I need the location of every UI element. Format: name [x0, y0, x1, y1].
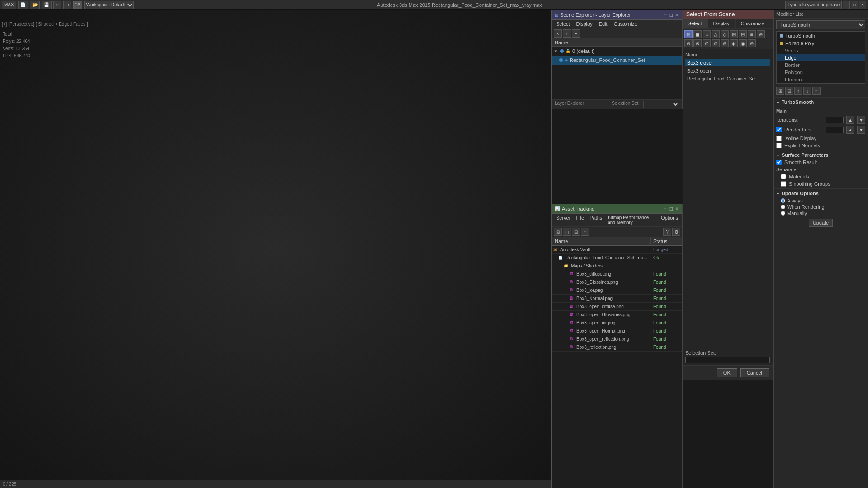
workspace-select[interactable]: Workspace: Default: [84, 1, 134, 9]
render-iters-input[interactable]: 3: [826, 127, 844, 133]
layer-row-rect[interactable]: ◆ Rectangular_Food_Container_Set: [552, 56, 682, 65]
select-cancel-btn[interactable]: Cancel: [740, 368, 769, 377]
select-toolbar-btn2[interactable]: ◼: [693, 30, 702, 38]
mod-icon-btn1[interactable]: ⊞: [776, 87, 784, 95]
select-toolbar-btn10[interactable]: ⊖: [684, 39, 693, 47]
viewport-3d[interactable]: X Y Z [+] [Perspective] [ Shaded + Edged…: [0, 10, 552, 488]
modifier-turbosmooth[interactable]: ◼ TurboSmooth: [777, 32, 865, 39]
scene-toolbar-close[interactable]: ×: [554, 29, 562, 38]
save-btn[interactable]: 💾: [42, 1, 52, 9]
selection-set-input[interactable]: [685, 357, 770, 363]
modifier-sub-edge[interactable]: Edge: [777, 54, 865, 61]
select-toolbar-btn9[interactable]: ⊕: [757, 30, 765, 38]
mod-icon-btn4[interactable]: ↓: [803, 87, 811, 95]
select-toolbar-btn8[interactable]: ≡: [748, 30, 756, 38]
scene-explorer-close-btn[interactable]: ×: [675, 12, 679, 18]
redo-btn[interactable]: ↪: [63, 1, 71, 9]
iterations-down[interactable]: ▼: [857, 116, 865, 124]
asset-tracking-close-btn[interactable]: ×: [675, 206, 679, 212]
scene-menu-display[interactable]: Display: [575, 21, 594, 27]
modifier-editable-poly[interactable]: ◼ Editable Poly: [777, 39, 865, 47]
select-tab-select[interactable]: Select: [683, 19, 708, 28]
select-item-box3open[interactable]: Box3 open: [685, 67, 770, 75]
asset-toolbar-btn2[interactable]: ◻: [563, 228, 571, 236]
selection-set-dropdown[interactable]: [643, 101, 679, 108]
search-input-box[interactable]: Type a keyword or phrase: [785, 1, 842, 9]
scene-toolbar-filter[interactable]: ▼: [572, 29, 580, 38]
max-logo-btn[interactable]: MAX: [2, 1, 16, 9]
modifier-sub-polygon[interactable]: Polygon: [777, 69, 865, 76]
select-item-box3close[interactable]: Box3 close: [685, 59, 770, 66]
scene-toolbar-check[interactable]: ✓: [563, 29, 571, 38]
modifier-dropdown[interactable]: TurboSmooth: [776, 20, 865, 29]
modifier-sub-border[interactable]: Border: [777, 61, 865, 69]
scene-menu-select[interactable]: Select: [555, 21, 571, 27]
select-ok-btn[interactable]: OK: [717, 368, 737, 377]
asset-row[interactable]: 🖼Box3_open_ior.pngFound: [552, 319, 682, 327]
select-toolbar-btn17[interactable]: ⊛: [748, 39, 756, 47]
select-toolbar-btn11[interactable]: ⊗: [693, 39, 702, 47]
select-toolbar-btn6[interactable]: ⊞: [730, 30, 738, 38]
mod-icon-btn2[interactable]: ⊟: [785, 87, 793, 95]
render-iters-checkbox[interactable]: [776, 127, 782, 132]
render-iters-up[interactable]: ▲: [846, 126, 854, 134]
isoline-checkbox[interactable]: [776, 136, 782, 141]
select-toolbar-btn1[interactable]: ⊞: [684, 30, 693, 38]
render-iters-down[interactable]: ▼: [857, 126, 865, 134]
asset-row[interactable]: 🖼Box3_open_diffuse.pngFound: [552, 303, 682, 311]
asset-row[interactable]: 🖼Box3_reflection.pngFound: [552, 343, 682, 352]
select-toolbar-btn16[interactable]: ◉: [739, 39, 747, 47]
mod-icon-btn3[interactable]: ↑: [794, 87, 802, 95]
layer-expand-default[interactable]: [554, 49, 558, 53]
asset-row[interactable]: 🖼Box3_diffuse.pngFound: [552, 270, 682, 278]
asset-tracking-maximize-btn[interactable]: □: [669, 206, 674, 212]
select-toolbar-btn4[interactable]: △: [712, 30, 720, 38]
when-rendering-radio[interactable]: [781, 205, 785, 209]
asset-menu-paths[interactable]: Paths: [588, 215, 604, 225]
asset-row[interactable]: 🏛Autodesk VaultLogged: [552, 246, 682, 254]
modifier-sub-element[interactable]: Element: [777, 76, 865, 83]
smoothing-groups-checkbox[interactable]: [781, 181, 786, 187]
scene-explorer-minimize-btn[interactable]: −: [663, 12, 668, 18]
select-item-rect[interactable]: Rectangular_Food_Container_Set: [685, 75, 770, 82]
asset-row[interactable]: 🖼Box3_open_reflection.pngFound: [552, 335, 682, 343]
close-btn[interactable]: ×: [859, 1, 866, 9]
render-setup-btn[interactable]: 🎬: [73, 1, 82, 9]
asset-row[interactable]: 🖼Box3_open_Normal.pngFound: [552, 327, 682, 335]
scene-explorer-maximize-btn[interactable]: □: [669, 12, 674, 18]
asset-row[interactable]: 🖼Box3_ior.pngFound: [552, 286, 682, 295]
asset-row[interactable]: 📁Maps / Shaders: [552, 262, 682, 270]
iterations-input[interactable]: 0: [826, 117, 844, 123]
select-toolbar-btn5[interactable]: ◇: [721, 30, 729, 38]
asset-row[interactable]: 🖼Box3_Glossines.pngFound: [552, 278, 682, 286]
asset-toolbar-btn4[interactable]: ≡: [581, 228, 589, 236]
maximize-btn[interactable]: □: [851, 1, 858, 9]
asset-menu-options[interactable]: Options: [660, 215, 679, 225]
manually-radio[interactable]: [781, 211, 785, 216]
layer-row-default[interactable]: 🔒 0 (default): [552, 47, 682, 56]
select-tab-customize[interactable]: Customize: [736, 19, 770, 28]
asset-toolbar-help[interactable]: ?: [663, 228, 671, 236]
open-btn[interactable]: 📂: [30, 1, 40, 9]
minimize-btn[interactable]: −: [843, 1, 850, 9]
select-toolbar-btn3[interactable]: ○: [703, 30, 711, 38]
explicit-normals-checkbox[interactable]: [776, 143, 782, 148]
select-toolbar-btn7[interactable]: ⊟: [739, 30, 747, 38]
select-toolbar-btn12[interactable]: ⊙: [703, 39, 711, 47]
asset-tracking-minimize-btn[interactable]: −: [663, 206, 668, 212]
select-tab-display[interactable]: Display: [708, 19, 736, 28]
asset-row[interactable]: 🖼Box3_open_Glossines.pngFound: [552, 311, 682, 319]
smooth-result-checkbox[interactable]: [776, 160, 782, 165]
select-toolbar-btn14[interactable]: ⊚: [721, 39, 729, 47]
select-toolbar-btn13[interactable]: ⊘: [712, 39, 720, 47]
asset-toolbar-btn1[interactable]: ⊞: [554, 228, 562, 236]
asset-row[interactable]: 📄Rectangular_Food_Container_Set_max_vray…: [552, 254, 682, 262]
asset-menu-bitmap[interactable]: Bitmap Performance and Memory: [606, 215, 657, 225]
iterations-up[interactable]: ▲: [846, 116, 854, 124]
select-toolbar-btn15[interactable]: ◈: [730, 39, 738, 47]
asset-toolbar-settings[interactable]: ⚙: [672, 228, 680, 236]
asset-row[interactable]: 🖼Box3_Normal.pngFound: [552, 295, 682, 303]
update-btn[interactable]: Update: [809, 219, 833, 227]
scene-menu-customize[interactable]: Customize: [613, 21, 639, 27]
modifier-sub-vertex[interactable]: Vertex: [777, 47, 865, 54]
